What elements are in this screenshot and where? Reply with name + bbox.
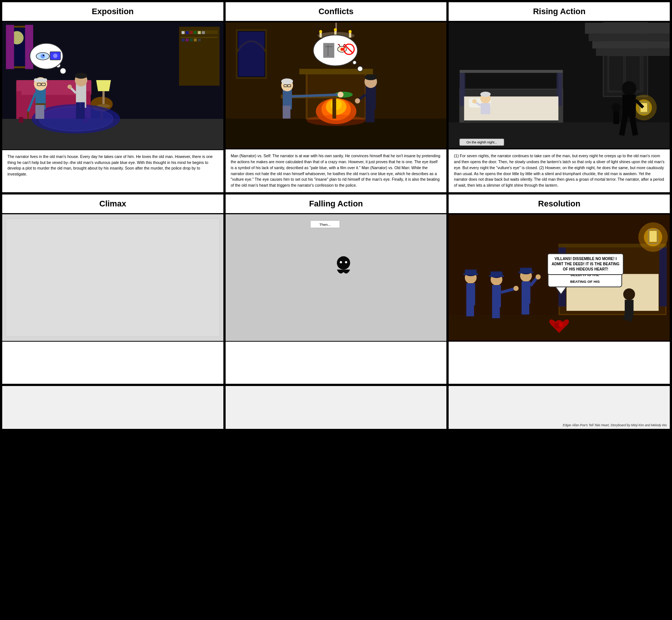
resolution-scene: VILLANS! DISSEMBLE NO MORE! I ADMIT THE … bbox=[449, 214, 670, 341]
bottom-right-scene: Edgar Allan Poe's Tell Tale Heart, Story… bbox=[449, 386, 670, 429]
svg-rect-11 bbox=[190, 31, 193, 34]
svg-rect-172 bbox=[466, 300, 471, 316]
conflicts-scene bbox=[226, 22, 447, 149]
panel-conflicts: Conflicts bbox=[224, 1, 448, 193]
bottom-center-scene bbox=[226, 386, 447, 429]
svg-rect-19 bbox=[194, 38, 197, 41]
rising-title: Rising Action bbox=[449, 2, 670, 22]
svg-rect-173 bbox=[470, 300, 474, 316]
svg-point-51 bbox=[67, 85, 72, 89]
falling-scene: Then... bbox=[226, 214, 447, 341]
svg-rect-20 bbox=[198, 38, 201, 41]
svg-rect-38 bbox=[34, 78, 47, 82]
svg-rect-82 bbox=[332, 98, 336, 118]
svg-point-57 bbox=[43, 55, 44, 56]
panel-bottom-center bbox=[224, 385, 448, 430]
svg-rect-5 bbox=[6, 25, 14, 69]
svg-rect-120 bbox=[589, 34, 670, 41]
panel-exposition: Exposition bbox=[1, 1, 224, 193]
svg-point-33 bbox=[39, 107, 113, 131]
svg-point-198 bbox=[559, 323, 563, 327]
conflicts-desc: Man (Narrator) vs. Self: The narrator is… bbox=[226, 149, 447, 192]
exposition-scene bbox=[2, 22, 223, 149]
svg-rect-17 bbox=[186, 38, 189, 41]
svg-rect-14 bbox=[202, 31, 205, 34]
svg-point-100 bbox=[357, 66, 363, 72]
svg-text:On the eighth night...: On the eighth night... bbox=[466, 140, 497, 144]
rising-svg: On the eighth night... bbox=[449, 22, 670, 149]
svg-point-194 bbox=[623, 288, 635, 300]
speech-text: VILLANS! DISSEMBLE NO MORE! I ADMIT THE … bbox=[552, 257, 620, 271]
svg-point-140 bbox=[622, 81, 637, 96]
svg-rect-94 bbox=[366, 104, 370, 122]
svg-point-75 bbox=[319, 30, 322, 33]
svg-point-155 bbox=[340, 261, 342, 263]
speech-bubble: VILLANS! DISSEMBLE NO MORE! I ADMIT THE … bbox=[547, 253, 624, 275]
svg-point-184 bbox=[513, 286, 519, 291]
panel-bottom-left bbox=[1, 385, 224, 430]
svg-rect-95 bbox=[370, 104, 375, 122]
conflicts-title: Conflicts bbox=[226, 2, 447, 22]
svg-rect-179 bbox=[492, 301, 496, 318]
svg-point-56 bbox=[41, 54, 45, 58]
svg-rect-195 bbox=[625, 300, 634, 316]
resolution-empty-text bbox=[449, 341, 670, 384]
svg-rect-133 bbox=[481, 103, 490, 114]
svg-point-97 bbox=[364, 75, 377, 80]
svg-rect-189 bbox=[525, 298, 529, 315]
svg-line-91 bbox=[292, 95, 340, 97]
svg-rect-47 bbox=[80, 102, 85, 119]
svg-rect-188 bbox=[522, 298, 526, 315]
svg-rect-117 bbox=[609, 56, 624, 91]
svg-point-52 bbox=[60, 68, 66, 74]
svg-point-193 bbox=[536, 274, 541, 279]
svg-rect-163 bbox=[659, 247, 667, 306]
falling-empty-text bbox=[226, 341, 447, 384]
svg-point-132 bbox=[480, 92, 491, 97]
svg-rect-35 bbox=[35, 104, 40, 119]
exposition-desc: The narrator lives in the old man's hous… bbox=[2, 149, 223, 192]
svg-rect-16 bbox=[182, 38, 185, 41]
resolution-title: Resolution bbox=[449, 194, 670, 214]
svg-rect-121 bbox=[592, 41, 670, 48]
svg-marker-29 bbox=[96, 80, 111, 91]
svg-point-92 bbox=[337, 92, 343, 98]
svg-rect-12 bbox=[194, 31, 197, 34]
rising-desc: (1) For seven nights, the narrator conti… bbox=[449, 149, 670, 192]
svg-rect-23 bbox=[16, 91, 22, 119]
rising-scene: On the eighth night... bbox=[449, 22, 670, 149]
conflicts-svg bbox=[226, 22, 447, 149]
svg-rect-146 bbox=[614, 111, 620, 124]
svg-rect-9 bbox=[182, 31, 185, 34]
svg-rect-168 bbox=[650, 231, 657, 242]
svg-point-77 bbox=[334, 28, 337, 31]
svg-text:BEATING OF HIS: BEATING OF HIS bbox=[570, 279, 600, 284]
svg-text:Then...: Then... bbox=[319, 222, 331, 227]
storyboard: Exposition bbox=[0, 0, 672, 431]
svg-point-156 bbox=[345, 261, 347, 263]
exposition-title: Exposition bbox=[2, 2, 223, 22]
svg-rect-13 bbox=[198, 31, 201, 34]
svg-point-49 bbox=[75, 73, 87, 79]
svg-point-88 bbox=[281, 78, 293, 84]
svg-point-79 bbox=[348, 30, 351, 33]
svg-rect-15 bbox=[181, 37, 218, 38]
svg-rect-126 bbox=[460, 70, 563, 73]
credit-label: Edgar Allan Poe's Tell Tale Heart, Story… bbox=[563, 423, 667, 427]
svg-rect-151 bbox=[226, 215, 447, 340]
climax-svg bbox=[2, 214, 223, 341]
svg-rect-182 bbox=[489, 275, 504, 277]
svg-rect-36 bbox=[40, 104, 44, 119]
svg-rect-122 bbox=[596, 48, 670, 56]
svg-rect-10 bbox=[186, 31, 189, 34]
svg-rect-191 bbox=[519, 271, 534, 273]
svg-rect-85 bbox=[283, 106, 287, 119]
svg-rect-42 bbox=[35, 103, 46, 105]
resolution-svg: VILLANS! DISSEMBLE NO MORE! I ADMIT THE … bbox=[449, 214, 670, 341]
svg-point-107 bbox=[340, 48, 343, 51]
svg-point-145 bbox=[612, 103, 621, 112]
bottom-left-scene bbox=[2, 386, 223, 429]
panel-rising: Rising Action bbox=[448, 1, 671, 193]
exposition-svg bbox=[2, 22, 223, 149]
svg-rect-7 bbox=[179, 27, 220, 86]
